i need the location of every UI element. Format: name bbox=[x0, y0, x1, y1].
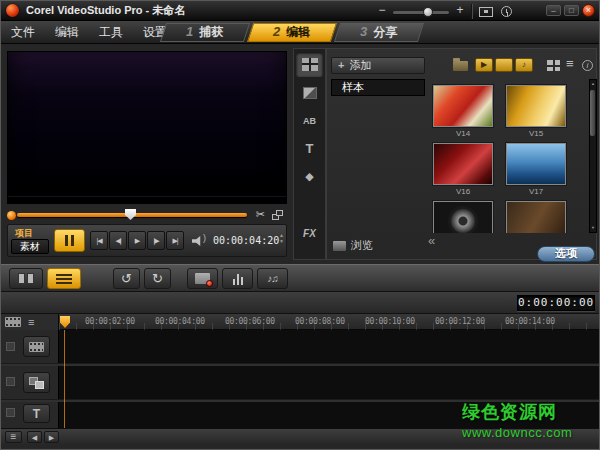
title-library-tab[interactable]: T bbox=[296, 136, 323, 161]
tab-capture[interactable]: 1 捕获 bbox=[160, 23, 250, 42]
tab-capture-number: 1 bbox=[186, 24, 193, 39]
end-button[interactable]: ▶| bbox=[166, 231, 184, 250]
video-track-button[interactable] bbox=[23, 336, 50, 357]
ruler-label: 00:00:12:00 bbox=[435, 317, 485, 326]
storyboard-view-button[interactable] bbox=[9, 268, 43, 289]
scroll-left-button[interactable]: ◀ bbox=[27, 431, 42, 443]
preview-timecode: 00:00:04:20 bbox=[213, 235, 279, 246]
filter-video-button[interactable]: ▶ bbox=[475, 58, 493, 72]
ruler-label: 00:00:10:00 bbox=[365, 317, 415, 326]
scroll-up-icon[interactable]: ▲ bbox=[590, 80, 596, 88]
auto-music-button[interactable]: ♪♫ bbox=[257, 268, 288, 289]
timeline-ruler[interactable]: ≡ 00:00:02:00 00:00:04:00 00:00:06:00 00… bbox=[1, 314, 600, 330]
zoom-slider[interactable] bbox=[393, 11, 449, 14]
fit-project-icon[interactable] bbox=[479, 7, 493, 17]
workflow-steps: 1 捕获 2 编辑 3 分享 bbox=[163, 23, 424, 42]
playhead-line bbox=[64, 330, 65, 428]
preview-screen bbox=[7, 51, 287, 204]
folder-icon[interactable] bbox=[453, 61, 468, 71]
thumbnail-partial-disc[interactable] bbox=[433, 201, 493, 233]
thumbnail-v15[interactable] bbox=[506, 85, 566, 127]
track-manager-button[interactable]: ≡ bbox=[5, 431, 22, 443]
record-capture-button[interactable] bbox=[187, 268, 218, 289]
volume-icon[interactable] bbox=[192, 236, 203, 246]
library-folder-sample[interactable]: 样本 bbox=[331, 79, 425, 96]
graphic-library-tab[interactable]: ◆ bbox=[296, 164, 323, 189]
thumbnail-v17-label: V17 bbox=[505, 187, 567, 196]
thumbnail-v14[interactable] bbox=[433, 85, 493, 127]
media-library-tab[interactable] bbox=[296, 52, 323, 77]
transition-library-tab[interactable] bbox=[296, 80, 323, 105]
browse-label: 浏览 bbox=[351, 238, 373, 253]
video-track-state-icon[interactable] bbox=[6, 342, 15, 351]
home-button[interactable]: |◀ bbox=[90, 231, 108, 250]
tab-edit[interactable]: 2 编辑 bbox=[247, 23, 337, 42]
thumbnail-partial[interactable] bbox=[506, 201, 566, 233]
filter-photo-button[interactable] bbox=[495, 58, 513, 72]
playhead-marker[interactable] bbox=[125, 209, 136, 220]
sound-mixer-button[interactable] bbox=[222, 268, 253, 289]
add-folder-label: 添加 bbox=[349, 59, 371, 71]
filter-audio-button[interactable]: ♪ bbox=[515, 58, 533, 72]
undo-button[interactable]: ↺ bbox=[113, 268, 140, 289]
maximize-button[interactable]: □ bbox=[564, 5, 579, 16]
filter-library-tab[interactable]: FX bbox=[296, 221, 323, 246]
tab-share[interactable]: 3 分享 bbox=[334, 23, 424, 42]
timecode-down-icon[interactable]: ▼ bbox=[279, 239, 284, 244]
minimize-button[interactable]: – bbox=[546, 5, 561, 16]
zoom-slider-handle[interactable] bbox=[423, 7, 433, 17]
volume-wave-icon: ) bbox=[203, 233, 206, 243]
redo-button[interactable]: ↻ bbox=[144, 268, 171, 289]
previous-frame-button[interactable]: ◀| bbox=[109, 231, 127, 250]
library-category-strip: AB T ◆ FX bbox=[293, 48, 326, 260]
browse-folder-icon bbox=[333, 241, 346, 251]
thumbnail-v16-label: V16 bbox=[432, 187, 494, 196]
browse-button[interactable]: 浏览 bbox=[333, 238, 373, 253]
thumbnail-gallery: V14 V15 V16 V17 bbox=[429, 79, 587, 233]
info-icon[interactable]: i bbox=[582, 60, 593, 71]
grid-view-icon[interactable] bbox=[547, 60, 560, 71]
title-track-icon: T bbox=[33, 407, 40, 421]
zoom-out-button[interactable]: − bbox=[375, 4, 389, 18]
transition-icon bbox=[303, 87, 317, 99]
menu-file[interactable]: 文件 bbox=[1, 21, 45, 43]
thumbnail-v17[interactable] bbox=[506, 143, 566, 185]
cut-clip-button[interactable]: ✂ bbox=[256, 208, 265, 221]
enlarge-preview-button[interactable] bbox=[272, 210, 283, 220]
duration-clock-icon[interactable] bbox=[501, 6, 512, 17]
scroll-down-icon[interactable]: ▼ bbox=[590, 224, 596, 232]
app-logo-icon bbox=[6, 4, 19, 17]
title-track-state-icon[interactable] bbox=[6, 408, 15, 417]
close-button[interactable]: × bbox=[582, 4, 595, 17]
next-frame-button[interactable]: |▶ bbox=[147, 231, 165, 250]
timecode-spinner[interactable]: ▲ ▼ bbox=[279, 233, 284, 244]
options-button[interactable]: 选项 bbox=[537, 246, 595, 262]
menu-tools[interactable]: 工具 bbox=[89, 21, 133, 43]
scroll-right-button[interactable]: ▶ bbox=[44, 431, 59, 443]
menu-edit[interactable]: 编辑 bbox=[45, 21, 89, 43]
pause-button[interactable] bbox=[54, 229, 85, 252]
add-folder-button[interactable]: +添加 bbox=[331, 57, 425, 74]
ruler-label: 00:00:14:00 bbox=[505, 317, 555, 326]
window-controls: – □ × bbox=[546, 4, 595, 17]
trim-start-handle[interactable] bbox=[7, 211, 16, 220]
track-list-icon[interactable]: ≡ bbox=[28, 317, 34, 327]
timeline-view-button[interactable] bbox=[47, 268, 81, 289]
ruler-label: 00:00:08:00 bbox=[295, 317, 345, 326]
overlay-track-button[interactable] bbox=[23, 372, 50, 393]
title-track-button[interactable]: T bbox=[23, 404, 50, 423]
zoom-in-button[interactable]: + bbox=[453, 4, 467, 18]
gallery-scrollbar[interactable]: ▲ ▼ bbox=[589, 79, 597, 233]
app-window: Corel VideoStudio Pro - 未命名 – □ × 文件 编辑 … bbox=[0, 0, 600, 450]
thumbnail-v16[interactable] bbox=[433, 143, 493, 185]
track-film-icon[interactable] bbox=[5, 317, 21, 327]
gallery-scrollbar-thumb[interactable] bbox=[590, 90, 595, 136]
overlay-track-state-icon[interactable] bbox=[6, 377, 15, 386]
mode-clip-button[interactable]: 素材 bbox=[11, 239, 49, 254]
ruler-label: 00:00:04:00 bbox=[155, 317, 205, 326]
list-view-icon[interactable]: ≡ bbox=[566, 56, 574, 71]
title-ab-library-tab[interactable]: AB bbox=[296, 108, 323, 133]
play-button[interactable]: ▶ bbox=[128, 231, 146, 250]
thumbnail-v15-label: V15 bbox=[505, 129, 567, 138]
collapse-library-button[interactable]: « bbox=[428, 233, 435, 248]
